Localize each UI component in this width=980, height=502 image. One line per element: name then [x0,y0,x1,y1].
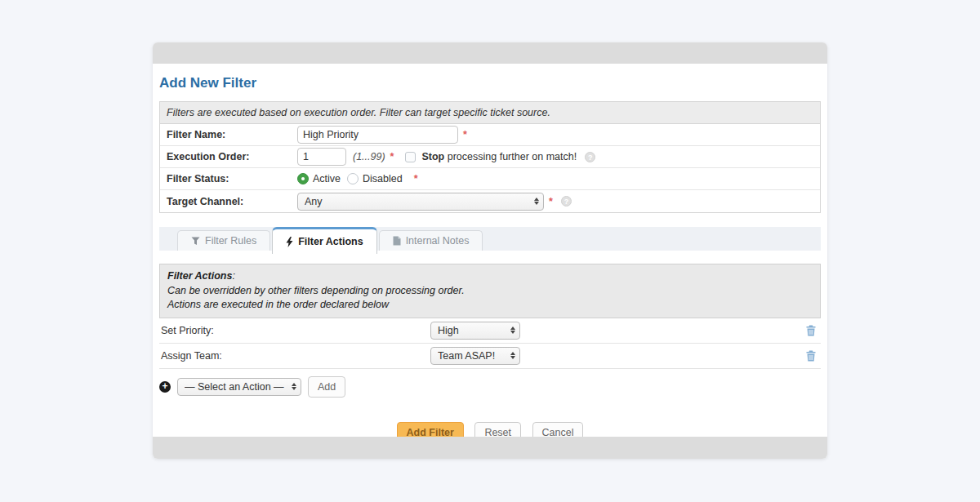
page-title: Add New Filter [159,75,821,91]
tab-internal-notes[interactable]: Internal Notes [379,230,483,251]
add-action-button[interactable]: Add [308,376,345,398]
filter-name-row: Filter Name: * [160,124,820,146]
stop-processing-checkbox[interactable] [405,152,416,162]
filter-actions-note-line1: Can be overridden by other filters depen… [167,285,465,296]
target-channel-label: Target Channel: [167,196,297,207]
required-asterisk: * [414,173,418,184]
required-asterisk: * [390,151,394,162]
tab-label: Filter Actions [298,236,363,247]
target-channel-row: Target Channel: Any * ? [160,190,820,212]
status-active-label: Active [313,173,341,184]
execution-order-label: Execution Order: [167,151,297,162]
select-action-value: — Select an Action — [185,381,284,393]
plus-circle-icon: + [159,381,171,393]
filter-actions-note-line2: Actions are executed in the order declar… [167,299,389,310]
assign-team-value: Team ASAP! [438,350,495,362]
set-priority-select[interactable]: High [430,322,520,340]
stop-processing-label-bold: Stop [421,151,444,162]
filter-status-row: Filter Status: Active Disabled * [160,168,820,190]
lightning-icon [286,237,293,247]
filter-actions-note-title: Filter Actions [167,270,232,282]
select-action-dropdown[interactable]: — Select an Action — [177,378,301,396]
form-note: Filters are executed based on execution … [160,102,820,124]
filter-form-table: Filters are executed based on execution … [159,101,821,213]
tab-filter-rules[interactable]: Filter Rules [177,230,270,251]
filter-actions-note: Filter Actions: Can be overridden by oth… [159,264,821,318]
target-channel-select[interactable]: Any [297,193,544,211]
required-asterisk: * [549,196,553,207]
trash-icon[interactable] [806,350,816,362]
status-disabled-radio[interactable] [347,173,359,184]
filter-status-label: Filter Status: [167,173,297,184]
help-icon[interactable]: ? [561,196,572,207]
tab-strip: Filter Rules Filter Actions Internal Not… [159,227,821,251]
execution-order-row: Execution Order: (1...99) * Stop process… [160,146,820,168]
tab-label: Filter Rules [205,235,256,247]
set-priority-value: High [438,325,459,336]
note-icon [393,236,401,246]
assign-team-select[interactable]: Team ASAP! [430,347,520,365]
select-arrows-icon [292,383,296,390]
select-arrows-icon [510,352,515,359]
filter-name-input[interactable] [297,126,458,144]
action-label: Assign Team: [161,350,430,362]
stop-processing-label-rest: processing further on match! [448,151,577,162]
filter-actions-note-colon: : [232,270,234,282]
tab-filter-actions[interactable]: Filter Actions [272,227,376,254]
select-arrows-icon [534,198,539,205]
filter-name-label: Filter Name: [167,129,297,140]
trash-icon[interactable] [806,325,816,336]
footer-bar [153,437,827,459]
add-action-row: + — Select an Action — Add [159,376,821,398]
execution-order-input[interactable] [297,148,346,166]
status-active-radio[interactable] [297,173,309,184]
target-channel-value: Any [305,196,323,207]
status-disabled-label: Disabled [363,173,403,184]
select-arrows-icon [510,327,515,334]
execution-order-hint: (1...99) [353,151,385,162]
required-asterisk: * [463,129,467,140]
help-icon[interactable]: ? [585,152,595,162]
card-content: Add New Filter Filters are executed base… [153,64,827,443]
tab-label: Internal Notes [406,235,470,247]
header-bar [153,42,827,64]
filter-icon [191,237,200,246]
action-label: Set Priority: [161,325,430,336]
add-filter-card: Add New Filter Filters are executed base… [153,42,827,459]
action-row-set-priority: Set Priority: High [159,318,821,344]
action-row-assign-team: Assign Team: Team ASAP! [159,344,821,369]
stop-processing-label: Stop processing further on match! [421,151,577,162]
